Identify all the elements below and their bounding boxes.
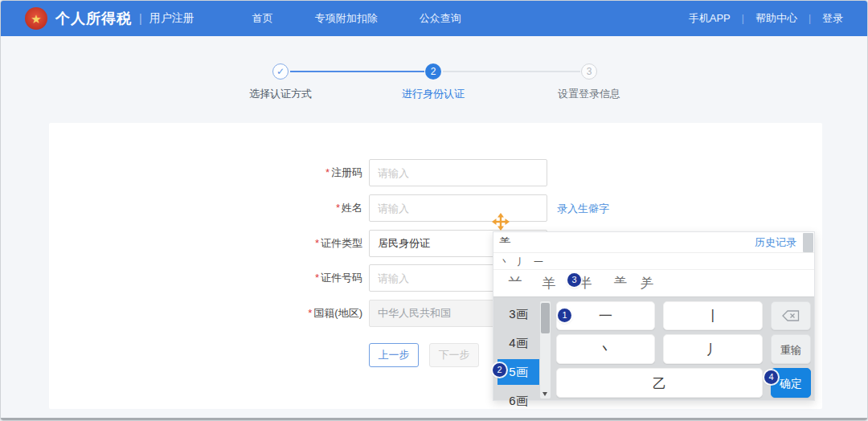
nav-special-deduction[interactable]: 专项附加扣除 — [315, 11, 378, 26]
next-step-button[interactable]: 下一步 — [429, 343, 479, 367]
label-registration-code: *注册码 — [258, 159, 362, 186]
stroke-key-pie[interactable]: 丿 — [663, 334, 763, 364]
previous-step-button[interactable]: 上一步 — [369, 343, 419, 367]
move-icon — [492, 213, 510, 231]
ime-candidate-row: 䒑 羊 半 ⺷ ⺶ — [493, 271, 814, 296]
label-id-number: *证件号码 — [258, 264, 362, 292]
backspace-icon — [782, 310, 800, 321]
emblem-star-icon: ★ — [31, 13, 41, 25]
ime-keyboard-area: 3画 4画 5画 6画 一 丨 丶 丿 重输 乙 确定 — [493, 296, 814, 400]
ime-preview-row: ⺷ 历史记录 — [493, 232, 814, 253]
tax-registration-page: ★ 个人所得税 | 用户注册 首页 专项附加扣除 公众查询 手机APP | 帮助… — [0, 0, 868, 421]
step-check-icon: ✓ — [272, 63, 289, 80]
separator: | — [809, 13, 811, 24]
app-header: ★ 个人所得税 | 用户注册 首页 专项附加扣除 公众查询 手机APP | 帮助… — [1, 1, 867, 36]
retype-key[interactable]: 重输 — [771, 334, 811, 364]
step-label: 进行身份认证 — [373, 87, 493, 101]
annotation-badge-4: 4 — [764, 370, 778, 384]
step-number: 2 — [425, 63, 441, 80]
label-nationality: *国籍(地区) — [258, 300, 362, 327]
label-id-type: *证件类型 — [258, 230, 362, 257]
step-identity-verification: 2 进行身份认证 — [373, 63, 493, 101]
title-divider: | — [139, 12, 142, 25]
registration-code-input[interactable] — [369, 159, 547, 186]
step-number: 3 — [581, 63, 597, 80]
main-nav: 首页 专项附加扣除 公众查询 — [252, 11, 461, 26]
app-title: 个人所得税 — [55, 9, 132, 28]
window-bottom-edge — [1, 418, 867, 420]
stroke-count-3[interactable]: 3画 — [497, 301, 539, 327]
annotation-badge-3: 3 — [567, 273, 581, 287]
label-name: *姓名 — [258, 194, 362, 222]
ime-candidate[interactable]: 䒑 — [505, 271, 526, 296]
link-mobile-app[interactable]: 手机APP — [689, 11, 731, 26]
ime-candidate[interactable]: ⺷ — [610, 271, 631, 296]
nav-public-inquiry[interactable]: 公众查询 — [420, 11, 461, 26]
nav-home[interactable]: 首页 — [252, 11, 273, 26]
ime-entered-strokes: 丶丿一 — [493, 254, 814, 270]
ime-confirm-button[interactable]: 确定 — [771, 368, 811, 398]
stroke-key-dian[interactable]: 丶 — [556, 334, 655, 364]
step-set-login-info: 3 设置登录信息 — [529, 63, 649, 101]
step-choose-auth-method: ✓ 选择认证方式 — [220, 63, 341, 101]
stroke-key-shu[interactable]: 丨 — [663, 301, 763, 330]
rare-character-entry-link[interactable]: 录入生僻字 — [557, 202, 609, 216]
ime-history-link[interactable]: 历史记录 — [755, 232, 796, 253]
ime-candidate[interactable]: ⺶ — [637, 271, 657, 296]
ime-composed-character: ⺷ — [499, 232, 511, 253]
scroll-down-arrow-icon[interactable] — [542, 392, 547, 396]
ime-candidate[interactable]: 羊 — [538, 271, 559, 296]
step-label: 选择认证方式 — [220, 87, 341, 101]
ime-drag-handle[interactable] — [492, 213, 510, 231]
ime-preview-scrollbar[interactable] — [803, 233, 813, 252]
link-login[interactable]: 登录 — [822, 11, 843, 26]
annotation-badge-1: 1 — [558, 309, 571, 322]
step-label: 设置登录信息 — [529, 87, 649, 101]
annotation-badge-2: 2 — [493, 363, 506, 377]
separator: | — [742, 13, 744, 24]
header-actions: 手机APP | 帮助中心 | 登录 — [689, 11, 843, 26]
stroke-key-zhe[interactable]: 乙 — [556, 368, 763, 398]
backspace-key[interactable] — [771, 301, 811, 330]
national-emblem-icon: ★ — [25, 7, 47, 30]
stroke-input-keyboard-panel: ⺷ 历史记录 丶丿一 䒑 羊 半 ⺷ ⺶ 3画 4画 5画 6画 一 丨 — [493, 231, 815, 401]
scrollbar-thumb[interactable] — [541, 303, 550, 333]
page-subtitle: 用户注册 — [149, 11, 194, 26]
name-input[interactable] — [369, 194, 547, 222]
link-help-center[interactable]: 帮助中心 — [755, 11, 797, 26]
stroke-count-6[interactable]: 6画 — [497, 388, 539, 414]
stroke-count-scrollbar[interactable] — [540, 301, 551, 399]
stroke-count-4[interactable]: 4画 — [497, 330, 539, 356]
